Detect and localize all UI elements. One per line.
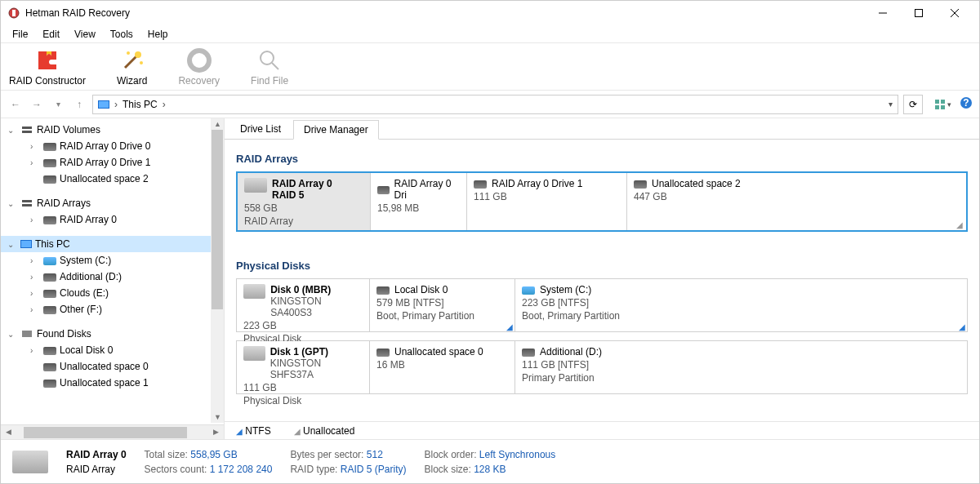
drive-icon [43,175,56,184]
breadcrumb-root[interactable]: This PC [122,99,158,110]
physical-disk-row[interactable]: Disk 1 (GPT) KINGSTON SHFS37A 111 GB Phy… [236,340,968,394]
svg-rect-16 [935,105,939,109]
raid-part[interactable]: RAID Array 0 Drive 1 111 GB [467,173,627,230]
legend: ◢ NTFS ◢ Unallocated [225,421,979,439]
tree-item[interactable]: ›RAID Array 0 [1,211,224,228]
lifebuoy-icon [186,47,212,73]
refresh-button[interactable]: ⟳ [903,95,923,114]
collapse-icon[interactable]: ⌄ [7,330,17,339]
drive-icon [43,380,56,388]
chevron-down-icon[interactable]: ▾ [889,100,893,109]
tree-group-this-pc[interactable]: ⌄This PC [1,236,224,252]
status-total-size: Total size: 558,95 GB [145,449,273,460]
expand-icon[interactable]: › [30,346,40,355]
sidebar: ⌄RAID Volumes ›RAID Array 0 Drive 0 ›RAI… [1,118,225,439]
tree-item[interactable]: ›Local Disk 0 [1,342,224,358]
legend-unallocated: ◢ Unallocated [294,425,355,437]
svg-line-13 [272,63,278,69]
scroll-down-icon[interactable]: ▼ [214,413,221,421]
drive-icon [43,306,56,314]
scroll-right-icon[interactable]: ▶ [213,428,219,436]
scrollbar-thumb[interactable] [24,427,187,438]
tree-item[interactable]: ›Clouds (E:) [1,285,224,301]
collapse-icon[interactable]: ⌄ [7,199,17,208]
raid-size: 558 GB [244,202,363,214]
tab-drive-list[interactable]: Drive List [229,119,292,139]
tree-group-found-disks[interactable]: ⌄Found Disks [1,326,224,342]
raid-part[interactable]: RAID Array 0 Dri 15,98 MB [371,173,467,230]
collapse-icon[interactable]: ⌄ [7,126,17,135]
raid-constructor-button[interactable]: RAID Constructor [9,47,86,87]
tree-item[interactable]: ›Other (F:) [1,301,224,317]
hdd-icon [244,178,267,193]
resize-grip-icon[interactable]: ◢ [956,220,964,229]
disk-header[interactable]: Disk 0 (MBR) KINGSTON SA400S3 223 GB Phy… [237,279,370,331]
physical-disk-row[interactable]: Disk 0 (MBR) KINGSTON SA400S3 223 GB Phy… [236,278,968,332]
expand-icon[interactable]: › [30,273,40,282]
expand-icon[interactable]: › [30,256,40,265]
partition-cell[interactable]: Additional (D:) 111 GB [NTFS] Primary Pa… [515,341,967,393]
find-file-button[interactable]: Find File [251,47,288,87]
menu-view[interactable]: View [68,27,102,42]
expand-icon[interactable]: › [30,289,40,298]
vertical-scrollbar[interactable]: ▲▼ [211,118,224,423]
scroll-up-icon[interactable]: ▲ [214,120,221,128]
menu-file[interactable]: File [6,27,34,42]
svg-rect-17 [941,105,945,109]
tree-item[interactable]: ›RAID Array 0 Drive 0 [1,138,224,154]
status-bar: RAID Array 0 RAID Array Total size: 558,… [1,439,979,483]
horizontal-scrollbar[interactable]: ◀▶ [1,424,224,439]
disk-header[interactable]: Disk 1 (GPT) KINGSTON SHFS37A 111 GB Phy… [237,341,370,393]
raid-array-row[interactable]: RAID Array 0 RAID 5 558 GB RAID Array RA… [236,171,968,232]
hdd-icon [12,451,48,473]
svg-rect-14 [935,100,939,104]
drive-icon [43,347,56,355]
help-icon[interactable]: ? [960,96,973,112]
menu-help[interactable]: Help [141,27,175,42]
tree-item[interactable]: Unallocated space 0 [1,358,224,375]
monitor-icon [98,100,109,109]
back-button[interactable]: ← [7,96,24,113]
tree-item[interactable]: Unallocated space 1 [1,375,224,391]
menu-tools[interactable]: Tools [104,27,140,42]
toolbar: RAID Constructor Wizard Recovery Find Fi… [1,43,979,91]
tree-item[interactable]: ›System (C:) [1,252,224,269]
tree-group-raid-arrays[interactable]: ⌄RAID Arrays [1,195,224,211]
raid-array-header[interactable]: RAID Array 0 RAID 5 558 GB RAID Array [238,173,371,230]
maximize-button[interactable] [901,2,937,24]
raid-part[interactable]: Unallocated space 2 447 GB ◢ [627,173,966,230]
expand-icon[interactable]: › [30,158,40,167]
scroll-left-icon[interactable]: ◀ [6,428,11,436]
collapse-icon[interactable]: ⌄ [7,240,17,249]
raid-type: RAID 5 [272,189,332,201]
recent-button[interactable]: ▾ [50,96,66,113]
svg-rect-23 [22,204,32,206]
expand-icon[interactable]: › [30,305,40,314]
arrays-icon [20,198,33,209]
tool-label: Recovery [178,75,220,87]
partition-cell[interactable]: System (C:) 223 GB [NTFS] Boot, Primary … [515,279,967,331]
tree-item[interactable]: ›Additional (D:) [1,269,224,285]
forward-button[interactable]: → [29,96,45,113]
partition-cell[interactable]: Unallocated space 0 16 MB [370,341,515,393]
tab-drive-manager[interactable]: Drive Manager [293,120,379,140]
close-button[interactable] [937,2,973,24]
address-bar[interactable]: › This PC › ▾ [92,95,898,114]
hdd-icon [243,346,265,361]
tree-item[interactable]: Unallocated space 2 [1,171,224,187]
tree-item[interactable]: ›RAID Array 0 Drive 1 [1,154,224,171]
svg-point-11 [195,56,203,64]
partition-cell[interactable]: Local Disk 0 579 MB [NTFS] Boot, Primary… [370,279,515,331]
minimize-button[interactable] [865,2,901,24]
menu-edit[interactable]: Edit [36,27,66,42]
wizard-button[interactable]: Wizard [117,47,147,87]
up-button[interactable]: ↑ [71,96,87,113]
view-options-button[interactable]: ▾ [934,99,951,110]
scrollbar-thumb[interactable] [212,130,223,309]
expand-icon[interactable]: › [30,215,40,224]
tree-group-raid-volumes[interactable]: ⌄RAID Volumes [1,122,224,138]
corner-marker-icon: ◢ [506,322,513,331]
expand-icon[interactable]: › [30,142,40,151]
svg-rect-15 [941,100,945,104]
recovery-button[interactable]: Recovery [178,47,220,87]
